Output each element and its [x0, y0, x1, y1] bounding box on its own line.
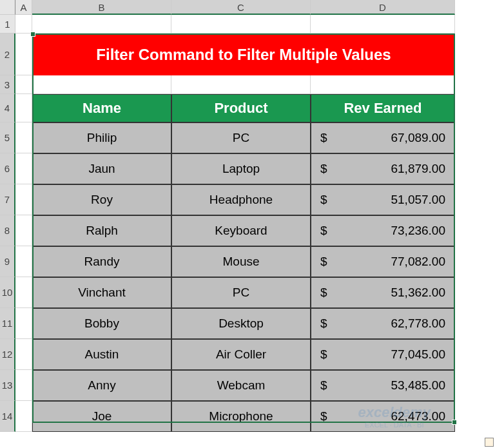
col-header-b[interactable]: B: [32, 0, 171, 15]
grid-cell[interactable]: [15, 339, 32, 370]
row-header[interactable]: 2: [0, 34, 15, 75]
table-cell-revenue[interactable]: $77,082.00: [311, 246, 455, 277]
row-header[interactable]: 12: [0, 339, 15, 370]
table-header-name[interactable]: Name: [32, 94, 171, 122]
table-header-product[interactable]: Product: [171, 94, 311, 122]
row-header[interactable]: 14: [0, 401, 15, 432]
row-header[interactable]: 10: [0, 277, 15, 308]
row-header[interactable]: 8: [0, 215, 15, 246]
currency-symbol: $: [320, 347, 327, 362]
grid-cell[interactable]: [171, 75, 311, 94]
table-cell-product[interactable]: Air Coller: [171, 339, 311, 370]
row-header[interactable]: 13: [0, 370, 15, 401]
col-header-d[interactable]: D: [311, 0, 455, 15]
col-header-c[interactable]: C: [171, 0, 311, 15]
grid-cell[interactable]: [15, 184, 32, 215]
table-cell-name[interactable]: Vinchant: [32, 277, 171, 308]
currency-symbol: $: [320, 286, 327, 300]
table-cell-name[interactable]: Philip: [32, 122, 171, 153]
table-cell-revenue[interactable]: $61,879.00: [311, 153, 455, 184]
grid-cell[interactable]: [15, 308, 32, 339]
currency-symbol: $: [320, 224, 327, 238]
grid-cell[interactable]: [15, 246, 32, 277]
table-cell-name[interactable]: Jaun: [32, 153, 171, 184]
grid-cell[interactable]: [15, 94, 32, 122]
table-cell-name[interactable]: Randy: [32, 246, 171, 277]
grid-cell[interactable]: [32, 15, 171, 34]
grid-cell[interactable]: [311, 15, 455, 34]
table-cell-name[interactable]: Ralph: [32, 215, 171, 246]
table-cell-name[interactable]: Bobby: [32, 308, 171, 339]
table-cell-product[interactable]: Headphone: [171, 184, 311, 215]
row-header[interactable]: 9: [0, 246, 15, 277]
table-cell-revenue[interactable]: $67,089.00: [311, 122, 455, 153]
select-all-corner[interactable]: [0, 0, 15, 15]
currency-amount: 77,082.00: [391, 255, 445, 269]
currency-symbol: $: [320, 193, 327, 207]
table-cell-name[interactable]: Anny: [32, 370, 171, 401]
table-cell-revenue[interactable]: $53,485.00: [311, 370, 455, 401]
grid-cell[interactable]: [15, 75, 32, 94]
grid-cell[interactable]: [15, 370, 32, 401]
table-cell-name[interactable]: Austin: [32, 339, 171, 370]
row-header[interactable]: 11: [0, 308, 15, 339]
currency-amount: 51,362.00: [391, 286, 445, 300]
currency-amount: 62,473.00: [391, 409, 445, 424]
col-header-a[interactable]: A: [15, 0, 32, 15]
table-header-rev[interactable]: Rev Earned: [311, 94, 455, 122]
table-cell-product[interactable]: Keyboard: [171, 215, 311, 246]
grid-cell[interactable]: [311, 75, 455, 94]
currency-symbol: $: [320, 317, 327, 331]
row-header[interactable]: 7: [0, 184, 15, 215]
currency-amount: 62,778.00: [391, 317, 445, 331]
table-cell-product[interactable]: Desktop: [171, 308, 311, 339]
table-cell-revenue[interactable]: $62,778.00: [311, 308, 455, 339]
table-cell-product[interactable]: Mouse: [171, 246, 311, 277]
spreadsheet-grid: A B C D 1 2 Filter Command to Filter Mul…: [0, 0, 495, 432]
currency-amount: 67,089.00: [391, 131, 445, 145]
currency-amount: 53,485.00: [391, 378, 445, 393]
sheet-corner-icon: [485, 438, 494, 447]
grid-cell[interactable]: [15, 215, 32, 246]
row-header[interactable]: 3: [0, 75, 15, 94]
grid-cell[interactable]: [15, 15, 32, 34]
currency-symbol: $: [320, 378, 327, 393]
table-cell-product[interactable]: PC: [171, 122, 311, 153]
grid-cell[interactable]: [15, 122, 32, 153]
table-cell-name[interactable]: Roy: [32, 184, 171, 215]
currency-symbol: $: [320, 131, 327, 145]
grid-cell[interactable]: [171, 15, 311, 34]
currency-amount: 61,879.00: [391, 162, 445, 176]
grid-cell[interactable]: [15, 153, 32, 184]
table-cell-revenue[interactable]: $51,362.00: [311, 277, 455, 308]
row-header[interactable]: 4: [0, 94, 15, 122]
grid-cell[interactable]: [15, 401, 32, 432]
currency-amount: 73,236.00: [391, 224, 445, 238]
table-cell-revenue[interactable]: $77,045.00: [311, 339, 455, 370]
table-cell-revenue[interactable]: $73,236.00: [311, 215, 455, 246]
row-header[interactable]: 1: [0, 15, 15, 34]
grid-cell[interactable]: [32, 75, 171, 94]
row-header[interactable]: 6: [0, 153, 15, 184]
table-cell-product[interactable]: Laptop: [171, 153, 311, 184]
table-cell-product[interactable]: Microphone: [171, 401, 311, 432]
table-cell-name[interactable]: Joe: [32, 401, 171, 432]
currency-amount: 77,045.00: [391, 347, 445, 362]
grid-cell[interactable]: [15, 34, 32, 75]
currency-symbol: $: [320, 162, 327, 176]
title-banner[interactable]: Filter Command to Filter Multiple Values: [32, 34, 455, 75]
currency-amount: 51,057.00: [391, 193, 445, 207]
table-cell-product[interactable]: PC: [171, 277, 311, 308]
table-cell-product[interactable]: Webcam: [171, 370, 311, 401]
currency-symbol: $: [320, 409, 327, 424]
table-cell-revenue[interactable]: $51,057.00: [311, 184, 455, 215]
grid-cell[interactable]: [15, 277, 32, 308]
table-cell-revenue[interactable]: $62,473.00: [311, 401, 455, 432]
row-header[interactable]: 5: [0, 122, 15, 153]
currency-symbol: $: [320, 255, 327, 269]
